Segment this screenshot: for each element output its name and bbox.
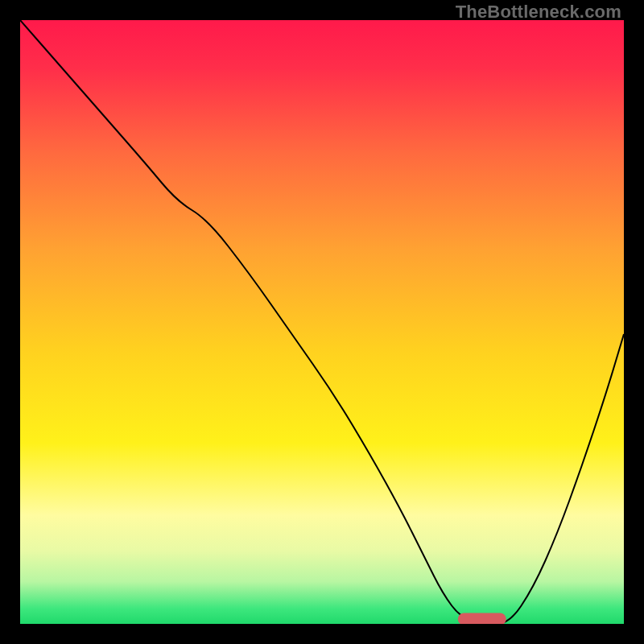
optimal-range-marker (458, 613, 506, 625)
chart-frame (20, 20, 624, 624)
bottleneck-chart (20, 20, 624, 624)
gradient-rect (20, 20, 624, 624)
